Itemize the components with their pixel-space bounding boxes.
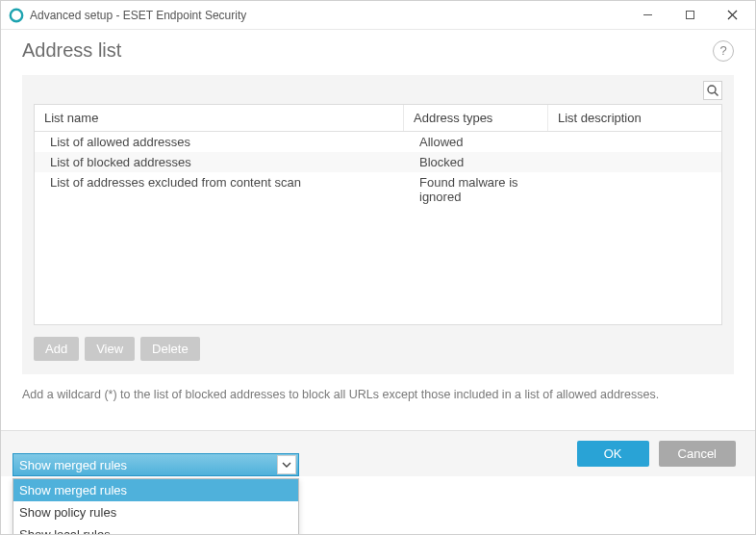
- table-body: List of allowed addresses Allowed List o…: [35, 132, 721, 324]
- chevron-down-icon: [277, 455, 296, 474]
- view-button[interactable]: View: [85, 337, 135, 361]
- search-button[interactable]: [703, 81, 722, 100]
- rules-filter-option[interactable]: Show merged rules: [13, 479, 298, 501]
- cell-list-name: List of blocked addresses: [35, 152, 404, 172]
- content-panel: List name Address types List description…: [22, 75, 734, 374]
- close-button[interactable]: [711, 1, 753, 30]
- table-header: List name Address types List description: [35, 105, 721, 132]
- cell-address-type: Blocked: [404, 152, 548, 172]
- minimize-button[interactable]: [626, 1, 668, 30]
- app-icon: [9, 8, 24, 23]
- cell-list-description: [548, 172, 721, 207]
- delete-button[interactable]: Delete: [140, 337, 200, 361]
- address-list-table: List name Address types List description…: [34, 104, 722, 325]
- cell-address-type: Found malware is ignored: [404, 172, 548, 207]
- svg-point-5: [708, 86, 716, 93]
- window-title: Advanced setup - ESET Endpoint Security: [30, 9, 626, 22]
- svg-line-6: [715, 92, 718, 96]
- ok-button[interactable]: OK: [577, 441, 649, 467]
- table-row[interactable]: List of blocked addresses Blocked: [35, 152, 721, 172]
- svg-line-3: [728, 11, 737, 19]
- cell-list-name: List of addresses excluded from content …: [35, 172, 404, 207]
- column-list-description[interactable]: List description: [548, 105, 721, 131]
- column-address-types[interactable]: Address types: [404, 105, 548, 131]
- titlebar: Advanced setup - ESET Endpoint Security: [1, 1, 755, 30]
- page-title: Address list: [22, 39, 121, 62]
- cell-address-type: Allowed: [404, 132, 548, 152]
- rules-filter-select[interactable]: Show merged rules: [13, 453, 299, 476]
- page-header: Address list ?: [1, 30, 755, 75]
- window-controls: [626, 1, 753, 30]
- add-button[interactable]: Add: [34, 337, 79, 361]
- cell-list-name: List of allowed addresses: [35, 132, 404, 152]
- rules-filter-option[interactable]: Show local rules: [13, 523, 298, 535]
- row-actions: Add View Delete: [34, 337, 722, 361]
- column-list-name[interactable]: List name: [35, 105, 404, 131]
- wildcard-hint: Add a wildcard (*) to the list of blocke…: [22, 388, 734, 401]
- cancel-button[interactable]: Cancel: [659, 441, 736, 467]
- rules-filter-selected: Show merged rules: [19, 458, 127, 472]
- rules-filter-option[interactable]: Show policy rules: [13, 501, 298, 523]
- svg-line-4: [728, 11, 737, 19]
- cell-list-description: [548, 152, 721, 172]
- svg-point-0: [11, 9, 22, 20]
- maximize-button[interactable]: [668, 1, 711, 30]
- cell-list-description: [548, 132, 721, 152]
- rules-filter-dropdown: Show merged rules Show policy rules Show…: [13, 478, 299, 535]
- svg-rect-2: [686, 12, 693, 19]
- table-row[interactable]: List of addresses excluded from content …: [35, 172, 721, 207]
- help-button[interactable]: ?: [713, 40, 734, 62]
- table-row[interactable]: List of allowed addresses Allowed: [35, 132, 721, 152]
